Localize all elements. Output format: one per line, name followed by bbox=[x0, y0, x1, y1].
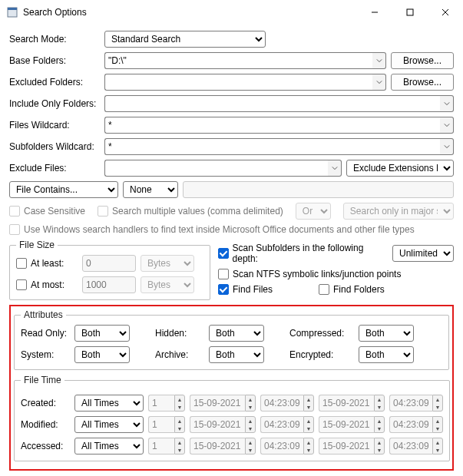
chevron-down-icon[interactable] bbox=[440, 95, 454, 112]
system-select[interactable]: Both bbox=[74, 346, 130, 363]
case-sensitive-checkbox[interactable]: Case Sensitive bbox=[9, 206, 85, 217]
excluded-folders-browse-button[interactable]: Browse... bbox=[391, 74, 454, 91]
compressed-select[interactable]: Both bbox=[359, 325, 414, 342]
accessed-time2-input[interactable] bbox=[389, 438, 432, 455]
modified-range-select[interactable]: All Times bbox=[74, 416, 144, 433]
ntfs-symlinks-checkbox[interactable]: Scan NTFS symbolic links/junction points bbox=[218, 269, 454, 279]
exclude-files-label: Exclude Files: bbox=[9, 163, 100, 174]
accessed-range-select[interactable]: All Times bbox=[74, 438, 144, 455]
created-range-select[interactable]: All Times bbox=[74, 395, 144, 412]
at-most-input[interactable] bbox=[82, 276, 136, 293]
subfolders-wildcard-combo[interactable] bbox=[104, 138, 454, 155]
svg-rect-1 bbox=[8, 8, 17, 10]
base-folders-label: Base Folders: bbox=[9, 55, 100, 66]
at-least-input[interactable] bbox=[82, 255, 136, 272]
excluded-folders-combo[interactable] bbox=[104, 74, 386, 91]
accessed-days-input[interactable] bbox=[148, 438, 174, 455]
file-time-created-row: Created: All Times ▲▼ ▲▼ ▲▼ ▲▼ ▲▼ bbox=[21, 395, 443, 412]
accessed-label: Accessed: bbox=[21, 441, 70, 451]
spinner-icon[interactable]: ▲▼ bbox=[374, 438, 385, 455]
compressed-label: Compressed: bbox=[289, 328, 359, 339]
spinner-icon[interactable]: ▲▼ bbox=[245, 438, 256, 455]
minimize-button[interactable] bbox=[357, 0, 392, 25]
read-only-select[interactable]: Both bbox=[74, 325, 130, 342]
find-folders-label: Find Folders bbox=[333, 284, 385, 295]
chevron-down-icon[interactable] bbox=[440, 117, 454, 134]
spinner-icon[interactable]: ▲▼ bbox=[303, 438, 314, 455]
file-contains-input[interactable] bbox=[183, 181, 454, 198]
modified-time2-input[interactable] bbox=[389, 416, 432, 433]
created-date1-input[interactable] bbox=[190, 395, 245, 412]
spinner-icon[interactable]: ▲▼ bbox=[432, 395, 443, 412]
spinner-icon[interactable]: ▲▼ bbox=[174, 395, 185, 412]
hidden-label: Hidden: bbox=[155, 328, 209, 339]
modified-time1-input[interactable] bbox=[260, 416, 303, 433]
files-wildcard-input[interactable] bbox=[104, 117, 440, 134]
exclude-files-combo[interactable] bbox=[104, 160, 342, 177]
search-multiple-checkbox[interactable]: Search multiple values (comma delimited) bbox=[98, 206, 283, 217]
or-select[interactable]: Or bbox=[296, 203, 331, 220]
file-contains-mode-select[interactable]: None bbox=[123, 181, 178, 198]
accessed-time1-input[interactable] bbox=[260, 438, 303, 455]
encrypted-select[interactable]: Both bbox=[359, 346, 414, 363]
created-date2-input[interactable] bbox=[319, 395, 374, 412]
created-time2-input[interactable] bbox=[389, 395, 432, 412]
archive-select[interactable]: Both bbox=[209, 346, 264, 363]
created-days-input[interactable] bbox=[148, 395, 174, 412]
base-folders-input[interactable] bbox=[104, 52, 372, 69]
at-least-unit-select[interactable]: Bytes bbox=[141, 255, 194, 272]
file-size-legend: File Size bbox=[16, 240, 58, 250]
depth-select[interactable]: Unlimited bbox=[392, 245, 454, 262]
chevron-down-icon[interactable] bbox=[440, 138, 454, 155]
include-only-folders-label: Include Only Folders: bbox=[9, 98, 100, 109]
subfolders-wildcard-input[interactable] bbox=[104, 138, 440, 155]
spinner-icon[interactable]: ▲▼ bbox=[374, 395, 385, 412]
modified-date1-input[interactable] bbox=[190, 416, 245, 433]
subfolders-wildcard-label: Subfolders Wildcard: bbox=[9, 141, 100, 152]
hidden-select[interactable]: Both bbox=[209, 325, 264, 342]
archive-label: Archive: bbox=[155, 349, 209, 360]
files-wildcard-label: Files Wildcard: bbox=[9, 120, 100, 131]
scan-subfolders-checkbox[interactable]: Scan Subfolders in the following depth: bbox=[218, 243, 386, 264]
excluded-folders-input[interactable] bbox=[104, 74, 372, 91]
at-most-unit-select[interactable]: Bytes bbox=[141, 276, 194, 293]
maximize-button[interactable] bbox=[392, 0, 428, 25]
attributes-group: Attributes Read Only: Both Hidden: Both … bbox=[14, 309, 449, 370]
spinner-icon[interactable]: ▲▼ bbox=[303, 395, 314, 412]
exclude-extensions-select[interactable]: Exclude Extensions List bbox=[346, 160, 454, 177]
spinner-icon[interactable]: ▲▼ bbox=[432, 416, 443, 433]
close-button[interactable] bbox=[428, 0, 463, 25]
spinner-icon[interactable]: ▲▼ bbox=[303, 416, 314, 433]
modified-days-input[interactable] bbox=[148, 416, 174, 433]
chevron-down-icon[interactable] bbox=[372, 52, 386, 69]
chevron-down-icon[interactable] bbox=[328, 160, 342, 177]
created-time1-input[interactable] bbox=[260, 395, 303, 412]
accessed-date1-input[interactable] bbox=[190, 438, 245, 455]
base-folders-browse-button[interactable]: Browse... bbox=[391, 52, 454, 69]
file-size-group: File Size At least: Bytes At most: Bytes bbox=[9, 240, 210, 300]
search-mode-select[interactable]: Standard Search bbox=[104, 31, 266, 48]
include-only-folders-combo[interactable] bbox=[104, 95, 454, 112]
spinner-icon[interactable]: ▲▼ bbox=[245, 416, 256, 433]
spinner-icon[interactable]: ▲▼ bbox=[245, 395, 256, 412]
ntfs-symlinks-label: Scan NTFS symbolic links/junction points bbox=[233, 269, 401, 279]
spinner-icon[interactable]: ▲▼ bbox=[432, 438, 443, 455]
spinner-icon[interactable]: ▲▼ bbox=[174, 438, 185, 455]
find-files-checkbox[interactable]: Find Files bbox=[218, 284, 273, 295]
exclude-files-input[interactable] bbox=[104, 160, 328, 177]
include-only-folders-input[interactable] bbox=[104, 95, 440, 112]
chevron-down-icon[interactable] bbox=[372, 74, 386, 91]
at-least-checkbox[interactable]: At least: bbox=[16, 258, 78, 269]
spinner-icon[interactable]: ▲▼ bbox=[174, 416, 185, 433]
search-multiple-label: Search multiple values (comma delimited) bbox=[112, 206, 283, 217]
accessed-date2-input[interactable] bbox=[319, 438, 374, 455]
files-wildcard-combo[interactable] bbox=[104, 117, 454, 134]
major-streams-select[interactable]: Search only in major streams bbox=[343, 203, 454, 220]
at-most-checkbox[interactable]: At most: bbox=[16, 279, 78, 290]
file-contains-select[interactable]: File Contains... bbox=[9, 181, 118, 198]
modified-date2-input[interactable] bbox=[319, 416, 374, 433]
find-folders-checkbox[interactable]: Find Folders bbox=[319, 284, 385, 295]
windows-handlers-checkbox[interactable]: Use Windows search handlers to find text… bbox=[9, 224, 415, 235]
base-folders-combo[interactable] bbox=[104, 52, 386, 69]
spinner-icon[interactable]: ▲▼ bbox=[374, 416, 385, 433]
